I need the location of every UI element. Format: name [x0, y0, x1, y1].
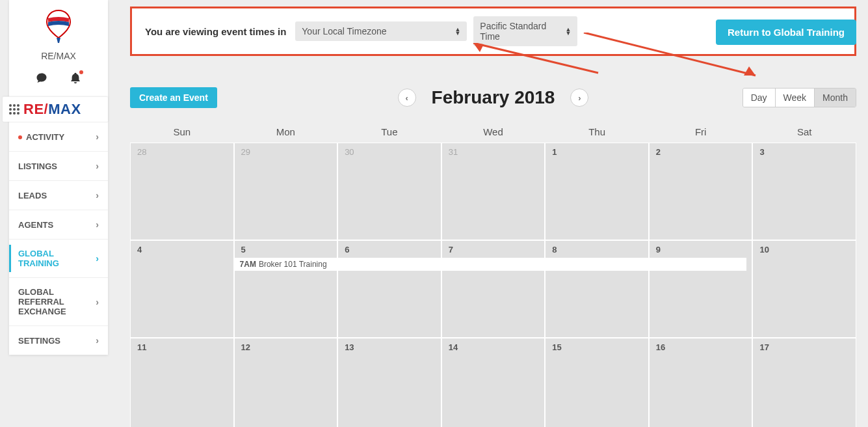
calendar-cell[interactable]: 13: [337, 338, 441, 427]
calendar-cell[interactable]: 6: [337, 240, 441, 338]
calendar-cell[interactable]: 28: [130, 143, 234, 240]
calendar-grid: 28 29 30 31 1 2 3 4 5 7AM Broker 101 Tra…: [130, 143, 856, 427]
calendar-cell[interactable]: 11: [130, 338, 234, 427]
brand-bar[interactable]: RE/MAX: [3, 96, 108, 122]
bell-icon[interactable]: [69, 72, 82, 87]
chevron-right-icon: ›: [96, 335, 99, 346]
calendar-title: February 2018: [432, 87, 555, 108]
dow-sun: Sun: [130, 121, 234, 143]
dow-thu: Thu: [545, 121, 649, 143]
dow-wed: Wed: [441, 121, 546, 143]
calendar-cell[interactable]: 15: [545, 338, 649, 427]
sidebar-item-settings[interactable]: SETTINGS›: [9, 325, 108, 355]
calendar-cell[interactable]: 3: [752, 143, 856, 240]
calendar-cell[interactable]: 7: [441, 240, 546, 338]
calendar-cell[interactable]: 5 7AM Broker 101 Training: [234, 240, 338, 338]
calendar: Sun Mon Tue Wed Thu Fri Sat 28 29 30 31 …: [130, 121, 856, 427]
calendar-cell[interactable]: 31: [441, 143, 546, 240]
sidebar-nav: ACTIVITY› LISTINGS› LEADS› AGENTS› GLOBA…: [9, 122, 108, 355]
calendar-cell[interactable]: 2: [649, 143, 753, 240]
calendar-cell[interactable]: 14: [441, 338, 546, 427]
updown-icon: ▲▼: [454, 27, 460, 35]
calendar-cell[interactable]: 17: [752, 338, 856, 427]
timezone-select-1[interactable]: Your Local Timezone ▲▼: [295, 21, 467, 41]
remax-wordmark: RE/MAX: [23, 101, 81, 118]
grip-icon: [9, 104, 20, 115]
sidebar-item-listings[interactable]: LISTINGS›: [9, 151, 108, 180]
updown-icon: ▲▼: [565, 27, 571, 35]
view-switch: Day Week Month: [743, 88, 856, 107]
chevron-right-icon: ›: [96, 190, 99, 200]
calendar-cell[interactable]: 29: [234, 143, 338, 240]
timezone-select-1-value: Your Local Timezone: [302, 26, 386, 36]
sidebar-item-activity[interactable]: ACTIVITY›: [9, 122, 108, 151]
calendar-title-group: ‹ February 2018 ›: [398, 87, 589, 108]
calendar-cell[interactable]: 4: [130, 240, 234, 338]
prev-month-button[interactable]: ‹: [398, 89, 416, 107]
brand-name: RE/MAX: [9, 51, 108, 61]
chat-icon[interactable]: [35, 72, 48, 87]
sidebar-item-agents[interactable]: AGENTS›: [9, 210, 108, 239]
calendar-cell[interactable]: 10: [752, 240, 856, 338]
sidebar-item-global-training[interactable]: GLOBAL TRAINING›: [9, 239, 108, 277]
chevron-right-icon: ›: [96, 297, 99, 307]
create-event-button[interactable]: Create an Event: [130, 87, 217, 108]
balloon-icon: [44, 9, 73, 39]
topbar-wrap: You are viewing event times in Your Loca…: [130, 7, 856, 56]
calendar-cell[interactable]: 8: [545, 240, 649, 338]
logo-block: RE/MAX: [9, 0, 108, 66]
next-month-button[interactable]: ›: [570, 89, 588, 107]
view-week-button[interactable]: Week: [775, 89, 815, 107]
view-month-button[interactable]: Month: [814, 89, 856, 107]
calendar-cell[interactable]: 16: [649, 338, 753, 427]
chevron-right-icon: ›: [96, 131, 99, 142]
dow-sat: Sat: [752, 121, 856, 143]
sidebar-item-leads[interactable]: LEADS›: [9, 180, 108, 210]
svg-marker-3: [744, 66, 756, 76]
calendar-cell[interactable]: 12: [234, 338, 338, 427]
day-of-week-header: Sun Mon Tue Wed Thu Fri Sat: [130, 121, 856, 143]
calendar-cell[interactable]: 30: [337, 143, 441, 240]
main: You are viewing event times in Your Loca…: [130, 7, 856, 427]
dow-fri: Fri: [649, 121, 753, 143]
view-day-button[interactable]: Day: [743, 89, 775, 107]
return-global-training-button[interactable]: Return to Global Training: [716, 20, 856, 45]
sidebar: RE/MAX RE/MAX ACTIVITY› LISTINGS› LEADS›…: [9, 0, 108, 355]
calendar-cell[interactable]: 9: [649, 240, 753, 338]
dow-tue: Tue: [337, 121, 441, 143]
timezone-select-2-value: Pacific Standard Time: [480, 21, 565, 42]
timezone-select-2[interactable]: Pacific Standard Time ▲▼: [473, 16, 577, 46]
calendar-cell[interactable]: 1: [545, 143, 649, 240]
chevron-right-icon: ›: [96, 161, 99, 171]
event-title: Broker 101 Training: [259, 260, 327, 269]
event-time: 7AM: [240, 260, 256, 269]
dow-mon: Mon: [234, 121, 338, 143]
icon-row: [9, 66, 108, 96]
calendar-event[interactable]: 7AM Broker 101 Training: [235, 258, 747, 271]
timezone-label: You are viewing event times in: [145, 26, 286, 37]
notification-dot-icon: [79, 70, 83, 74]
chevron-right-icon: ›: [96, 253, 99, 264]
sidebar-item-global-referral[interactable]: GLOBAL REFERRAL EXCHANGE›: [9, 277, 108, 325]
calendar-toolbar: Create an Event ‹ February 2018 › Day We…: [130, 87, 856, 108]
chevron-right-icon: ›: [96, 219, 99, 230]
